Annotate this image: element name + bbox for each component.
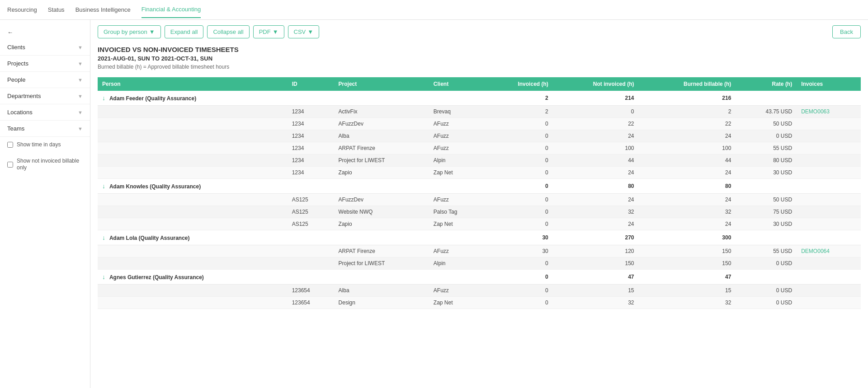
row-project: ActivFix (334, 106, 429, 118)
row-id: 1234 (288, 154, 334, 167)
expand-all-button[interactable]: Expand all (165, 25, 204, 38)
csv-button[interactable]: CSV ▼ (288, 25, 320, 38)
nav-resourcing[interactable]: Resourcing (7, 2, 37, 18)
sidebar-filter-teams[interactable]: Teams ▼ (0, 121, 90, 137)
table-row: AS125 AFuzzDev AFuzz 0 24 24 50 USD (98, 194, 861, 206)
row-invoiced: 0 (485, 257, 553, 270)
row-burned: 150 (638, 257, 736, 270)
row-client: Alpin (429, 154, 485, 167)
back-arrow-button[interactable]: ← (0, 25, 90, 39)
row-id: AS125 (288, 218, 334, 230)
group-project (334, 230, 429, 245)
show-time-in-days-label[interactable]: Show time in days (17, 141, 61, 149)
sidebar-filter-projects[interactable]: Projects ▼ (0, 56, 90, 72)
row-rate: 0 USD (736, 297, 797, 309)
sidebar-people-label: People (7, 76, 25, 83)
pdf-button[interactable]: PDF ▼ (253, 25, 284, 38)
expand-icon[interactable]: ↓ (102, 234, 105, 241)
invoice-link[interactable]: DEMO0063 (801, 108, 830, 115)
row-invoiced: 0 (485, 167, 553, 179)
expand-icon[interactable]: ↓ (102, 273, 105, 280)
group-rate (736, 230, 797, 245)
row-invoiced: 0 (485, 118, 553, 130)
col-not-invoiced: Not invoiced (h) (553, 77, 639, 91)
table-group-row: ↓ Adam Lola (Quality Assurance) 30 270 3… (98, 230, 861, 245)
group-not-invoiced: 214 (553, 91, 639, 106)
table-row: 1234 ARPAT Firenze AFuzz 0 100 100 55 US… (98, 142, 861, 154)
group-id (288, 179, 334, 194)
row-project: Website NWQ (334, 206, 429, 218)
col-id: ID (288, 77, 334, 91)
row-invoice (797, 167, 861, 179)
col-burned-billable: Burned billable (h) (638, 77, 736, 91)
row-id: 1234 (288, 106, 334, 118)
expand-all-label: Expand all (170, 28, 198, 35)
group-id (288, 91, 334, 106)
row-burned: 24 (638, 218, 736, 230)
show-not-invoiced-label[interactable]: Show not invoiced billable only (17, 158, 83, 172)
row-burned: 24 (638, 130, 736, 142)
row-burned: 24 (638, 194, 736, 206)
row-project: Design (334, 297, 429, 309)
row-person (98, 218, 288, 230)
sidebar-filter-clients[interactable]: Clients ▼ (0, 39, 90, 56)
sidebar-filter-locations[interactable]: Locations ▼ (0, 104, 90, 121)
group-client (429, 91, 485, 106)
invoice-link[interactable]: DEMO0064 (801, 248, 830, 254)
chevron-down-icon: ▼ (78, 61, 83, 66)
nav-financial-accounting[interactable]: Financial & Accounting (142, 1, 201, 18)
nav-status[interactable]: Status (48, 2, 65, 18)
row-rate: 50 USD (736, 194, 797, 206)
group-project (334, 91, 429, 106)
row-person (98, 154, 288, 167)
chevron-down-icon: ▼ (273, 28, 278, 35)
row-burned: 32 (638, 297, 736, 309)
show-not-invoiced-checkbox[interactable] (7, 162, 13, 168)
row-person (98, 167, 288, 179)
table-row: 1234 ActivFix Brevaq 2 0 2 43.75 USD DEM… (98, 106, 861, 118)
row-invoiced: 0 (485, 206, 553, 218)
expand-icon[interactable]: ↓ (102, 94, 105, 102)
row-project: AFuzzDev (334, 194, 429, 206)
row-burned: 15 (638, 285, 736, 297)
row-rate: 50 USD (736, 118, 797, 130)
table-row: AS125 Zapio Zap Net 0 24 24 30 USD (98, 218, 861, 230)
sidebar-filter-people[interactable]: People ▼ (0, 72, 90, 88)
nav-business-intelligence[interactable]: Business Intelligence (75, 2, 131, 18)
group-rate (736, 179, 797, 194)
row-invoice (797, 142, 861, 154)
row-rate: 55 USD (736, 245, 797, 257)
expand-icon[interactable]: ↓ (102, 182, 105, 190)
row-id: 1234 (288, 167, 334, 179)
row-not-invoiced: 24 (553, 167, 639, 179)
report-note: Burned billable (h) = Approved billable … (98, 64, 861, 70)
sidebar-clients-label: Clients (7, 44, 25, 51)
row-rate: 55 USD (736, 142, 797, 154)
sidebar-filter-departments[interactable]: Departments ▼ (0, 88, 90, 104)
group-by-person-button[interactable]: Group by person ▼ (98, 25, 161, 38)
row-burned: 22 (638, 118, 736, 130)
row-client: AFuzz (429, 118, 485, 130)
row-client: AFuzz (429, 130, 485, 142)
group-person-name: ↓ Adam Feeder (Quality Assurance) (98, 91, 288, 106)
row-id: 1234 (288, 118, 334, 130)
show-time-in-days-checkbox[interactable] (7, 142, 13, 148)
group-client (429, 179, 485, 194)
group-not-invoiced: 270 (553, 230, 639, 245)
chevron-down-icon: ▼ (78, 77, 83, 83)
table-row: ARPAT Firenze AFuzz 30 120 150 55 USD DE… (98, 245, 861, 257)
row-rate: 0 USD (736, 257, 797, 270)
group-person-name: ↓ Adam Knowles (Quality Assurance) (98, 179, 288, 194)
row-not-invoiced: 150 (553, 257, 639, 270)
row-invoice (797, 206, 861, 218)
row-not-invoiced: 24 (553, 218, 639, 230)
row-rate: 43.75 USD (736, 106, 797, 118)
collapse-all-button[interactable]: Collapse all (207, 25, 249, 38)
back-button[interactable]: Back (832, 25, 861, 38)
table-row: AS125 Website NWQ Palso Tag 0 32 32 75 U… (98, 206, 861, 218)
row-id: 1234 (288, 142, 334, 154)
row-invoiced: 0 (485, 142, 553, 154)
row-not-invoiced: 0 (553, 106, 639, 118)
row-project: AFuzzDev (334, 118, 429, 130)
table-row: 1234 AFuzzDev AFuzz 0 22 22 50 USD (98, 118, 861, 130)
